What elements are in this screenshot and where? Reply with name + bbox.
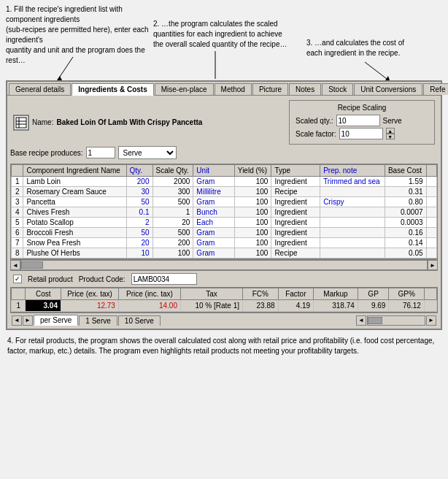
- annotation-1: 1. Fill the recipe's ingredient list wit…: [6, 4, 152, 66]
- prep-note: [320, 238, 385, 248]
- tabs-row: General details Ingredients & Costs Mise…: [7, 82, 441, 96]
- tab-unit-conversions[interactable]: Unit Conversions: [354, 83, 422, 95]
- serve-nav-right2[interactable]: ►: [23, 315, 33, 326]
- base-produces-input[interactable]: [86, 147, 115, 158]
- ingredient-name: Pancetta: [23, 197, 126, 207]
- table-row[interactable]: 4 Chives Fresh 0.1 1 Bunch 100 Ingredien…: [12, 207, 437, 218]
- base-cost: 0.80: [385, 197, 426, 207]
- ingredient-name: Broccoli Fresh: [23, 228, 126, 238]
- yield: 100: [234, 187, 271, 197]
- ph-markup: Markup: [314, 288, 358, 300]
- scroll-right-btn[interactable]: ►: [428, 260, 438, 270]
- svg-rect-6: [16, 118, 26, 128]
- main-window: General details Ingredients & Costs Mise…: [6, 80, 442, 330]
- type: Ingredient: [271, 218, 320, 228]
- table-row[interactable]: 3 Pancetta 50 500 Gram 100 Ingredient Cr…: [12, 197, 437, 207]
- tab-general-details[interactable]: General details: [9, 83, 71, 95]
- th-qty: Qty.: [126, 165, 152, 177]
- serve-scroll-left[interactable]: ◄: [356, 315, 366, 326]
- tab-refe[interactable]: Refe: [423, 83, 448, 95]
- unit: Gram: [193, 248, 234, 258]
- retail-row: ✓ Retail product Product Code:: [10, 270, 438, 287]
- tab-method[interactable]: Method: [215, 83, 252, 95]
- serve-tab-10-serve[interactable]: 10 Serve: [118, 315, 161, 326]
- price-fc-pct: 23.88: [242, 300, 278, 312]
- svg-line-4: [365, 62, 387, 79]
- table-row[interactable]: 2 Rosemary Cream Sauce 30 300 Millilitre…: [12, 187, 437, 197]
- row-scroll: [426, 238, 436, 248]
- recipe-scaling-box: Recipe Scaling Scaled qty.: Serve Scale …: [289, 100, 435, 145]
- table-row[interactable]: 5 Potato Scallop 2 20 Each 100 Ingredien…: [12, 218, 437, 228]
- pricing-row[interactable]: 1 3.04 12.73 14.00 10 % [Rate 1] 23.88 4…: [12, 300, 437, 312]
- th-type: Type: [271, 165, 320, 177]
- unit: Millilitre: [193, 187, 234, 197]
- table-header-row: Component Ingredient Name Qty. Scale Qty…: [12, 165, 437, 177]
- scale-factor-spinner[interactable]: ▲ ▼: [386, 128, 395, 139]
- ph-tax: Tax: [180, 288, 242, 300]
- top-annotations: 1. Fill the recipe's ingredient list wit…: [0, 0, 448, 80]
- scale-qty: 100: [152, 248, 193, 258]
- tab-picture[interactable]: Picture: [252, 83, 288, 95]
- scroll-thumb: [21, 261, 43, 269]
- unit: Bunch: [193, 207, 234, 218]
- price-cost: 3.04: [26, 300, 61, 312]
- ingredient-name: Snow Pea Fresh: [23, 238, 126, 248]
- prep-note: [320, 207, 385, 218]
- product-code-input[interactable]: [131, 273, 197, 285]
- row-num: 5: [12, 218, 23, 228]
- base-cost: 0.05: [385, 248, 426, 258]
- scroll-left-btn[interactable]: ◄: [10, 260, 20, 270]
- table-row[interactable]: 6 Broccoli Fresh 50 500 Gram 100 Ingredi…: [12, 228, 437, 238]
- scaled-qty-row: Scaled qty.: Serve: [296, 115, 428, 126]
- tab-mise-en-place[interactable]: Mise-en-place: [155, 83, 214, 95]
- table-row[interactable]: 1 Lamb Loin 200 2000 Gram 100 Ingredient…: [12, 177, 437, 187]
- scale-factor-input[interactable]: [339, 128, 383, 139]
- tab-ingredients-costs[interactable]: Ingredients & Costs: [72, 83, 153, 96]
- qty: 10: [126, 248, 152, 258]
- table-row[interactable]: 8 Plushe Of Herbs 10 100 Gram 100 Recipe…: [12, 248, 437, 258]
- spin-down-btn[interactable]: ▼: [386, 134, 395, 139]
- serve-scrollbar[interactable]: [367, 315, 425, 326]
- prep-note: [320, 228, 385, 238]
- ingredient-name: Potato Scallop: [23, 218, 126, 228]
- base-produces-label: Base recipe produces:: [10, 149, 83, 157]
- bottom-annotation: 4. For retail products, the program show…: [0, 330, 448, 362]
- prep-note: Crispy: [320, 197, 385, 207]
- serve-tab-per-serve[interactable]: per Serve: [34, 315, 78, 326]
- spin-up-btn[interactable]: ▲: [386, 128, 395, 134]
- th-name: Component Ingredient Name: [23, 165, 126, 177]
- yield: 100: [234, 197, 271, 207]
- row-num: 3: [12, 197, 23, 207]
- ph-num: [12, 288, 26, 300]
- row-num: 6: [12, 228, 23, 238]
- svg-marker-1: [57, 76, 62, 80]
- type: Recipe: [271, 187, 320, 197]
- scale-qty: 200: [152, 238, 193, 248]
- yield: 100: [234, 218, 271, 228]
- recipe-name: Baked Loin Of Lamb With Crispy Pancetta: [56, 118, 286, 126]
- retail-checkbox[interactable]: ✓: [13, 275, 22, 283]
- table-row[interactable]: 7 Snow Pea Fresh 20 200 Gram 100 Ingredi…: [12, 238, 437, 248]
- serve-scroll-thumb: [368, 317, 382, 324]
- serve-tab-1-serve[interactable]: 1 Serve: [79, 315, 117, 326]
- type: Ingredient: [271, 207, 320, 218]
- tab-notes[interactable]: Notes: [289, 83, 321, 95]
- serve-nav-left[interactable]: ◄: [12, 315, 22, 326]
- unit: Gram: [193, 177, 234, 187]
- base-unit-select[interactable]: Serve Portion Kg: [118, 146, 177, 159]
- ph-cost: Cost: [26, 288, 61, 300]
- tab-stock[interactable]: Stock: [322, 83, 353, 95]
- scale-factor-row: Scale factor: ▲ ▼: [296, 128, 428, 139]
- annotation-2: 2. …the program calculates the scaled qu…: [153, 19, 292, 50]
- yield: 100: [234, 228, 271, 238]
- pricing-table-wrapper: Cost Price (ex. tax) Price (inc. tax) Ta…: [10, 287, 438, 313]
- horizontal-scrollbar[interactable]: [20, 260, 428, 270]
- scale-qty: 300: [152, 187, 193, 197]
- price-row-num: 1: [12, 300, 26, 312]
- qty: 200: [126, 177, 152, 187]
- serve-tab-spacer: [161, 315, 355, 326]
- unit: Gram: [193, 228, 234, 238]
- name-row: Name: Baked Loin Of Lamb With Crispy Pan…: [10, 99, 438, 146]
- scaled-qty-input[interactable]: [336, 115, 380, 126]
- serve-scroll-right[interactable]: ►: [426, 315, 436, 326]
